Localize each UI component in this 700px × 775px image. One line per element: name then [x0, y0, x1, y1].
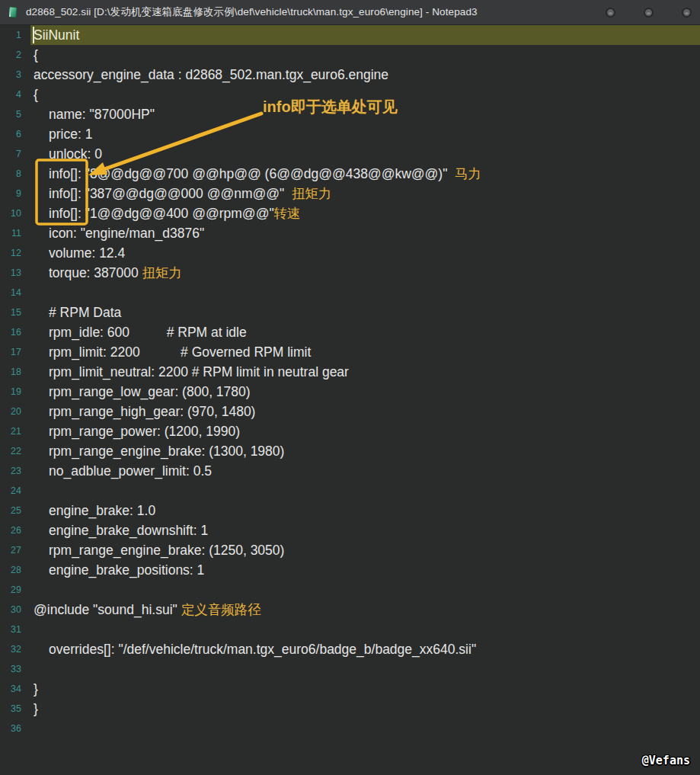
code-line[interactable]: 7unlock: 0 — [0, 144, 700, 164]
code-line[interactable]: 12volume: 12.4 — [0, 243, 700, 263]
line-number: 27 — [0, 540, 30, 560]
line-number: 11 — [0, 223, 30, 243]
code-text: icon: "engine/man_d3876" — [49, 226, 204, 241]
line-content — [30, 620, 700, 639]
code-text: rpm_limit_neutral: 2200 # RPM limit in n… — [49, 364, 349, 379]
code-line[interactable]: 15# RPM Data — [0, 303, 700, 322]
window-title: d2868_502.sii [D:\发动机变速箱底盘修改示例\def\vehic… — [26, 5, 478, 19]
code-text: @include "sound_hi.sui" — [34, 602, 181, 617]
line-content: rpm_idle: 600 # RPM at idle — [30, 322, 700, 342]
code-lines[interactable]: 1SiiNunit2{3accessory_engine_data : d286… — [0, 25, 700, 738]
maximize-button[interactable] — [644, 8, 654, 18]
line-content — [30, 283, 700, 303]
code-line[interactable]: 5name: "87000HP" — [0, 104, 700, 124]
line-content: rpm_range_engine_brake: (1250, 3050) — [30, 540, 700, 560]
code-line[interactable]: 21rpm_range_power: (1200, 1990) — [0, 421, 700, 441]
line-number: 25 — [0, 501, 30, 520]
code-line[interactable]: 2{ — [0, 45, 700, 65]
line-number: 33 — [0, 659, 30, 679]
code-text: rpm_range_engine_brake: (1250, 3050) — [49, 543, 284, 558]
code-text: engine_brake_downshift: 1 — [49, 523, 208, 538]
chinese-annotation: 扭矩力 — [142, 265, 183, 280]
code-line[interactable]: 13torque: 387000 扭矩力 — [0, 263, 700, 283]
code-line[interactable]: 27rpm_range_engine_brake: (1250, 3050) — [0, 540, 700, 560]
code-text: } — [34, 701, 38, 716]
code-line[interactable]: 6price: 1 — [0, 124, 700, 144]
line-number: 13 — [0, 263, 30, 283]
code-text: unlock: 0 — [49, 146, 102, 162]
line-content: no_adblue_power_limit: 0.5 — [30, 461, 700, 481]
code-line[interactable]: 22rpm_range_engine_brake: (1300, 1980) — [0, 441, 700, 461]
line-number: 19 — [0, 382, 30, 402]
line-content: engine_brake_downshift: 1 — [30, 520, 700, 540]
notepad3-window: d2868_502.sii [D:\发动机变速箱底盘修改示例\def\vehic… — [0, 0, 700, 775]
code-text: info[]: "1@@dg@@400 @@rpm@@" — [49, 206, 274, 221]
code-line[interactable]: 9info[]: "387@@dg@@000 @@nm@@" 扭矩力 — [0, 184, 700, 203]
code-line[interactable]: 33 — [0, 659, 700, 679]
code-line[interactable]: 8info[]: "8@@dg@@700 @@hp@@ (6@@dg@@438@… — [0, 164, 700, 184]
line-number: 3 — [0, 65, 30, 85]
code-line[interactable]: 16rpm_idle: 600 # RPM at idle — [0, 322, 700, 342]
code-text: price: 1 — [49, 126, 92, 142]
line-content: info[]: "8@@dg@@700 @@hp@@ (6@@dg@@438@@… — [30, 164, 700, 184]
line-number: 28 — [0, 560, 30, 580]
code-line[interactable]: 34} — [0, 679, 700, 699]
line-content: SiiNunit — [30, 25, 700, 45]
line-content: rpm_range_low_gear: (800, 1780) — [30, 382, 700, 402]
code-line[interactable]: 30@include "sound_hi.sui" 定义音频路径 — [0, 600, 700, 620]
line-number: 21 — [0, 421, 30, 441]
line-content: accessory_engine_data : d2868_502.man.tg… — [30, 65, 700, 85]
code-line[interactable]: 3accessory_engine_data : d2868_502.man.t… — [0, 65, 700, 85]
line-number: 4 — [0, 85, 30, 104]
code-line[interactable]: 29 — [0, 580, 700, 600]
code-line[interactable]: 1SiiNunit — [0, 25, 700, 45]
line-content: rpm_range_high_gear: (970, 1480) — [30, 402, 700, 421]
code-text: { — [34, 47, 38, 62]
close-button[interactable] — [682, 8, 692, 18]
chinese-annotation: 定义音频路径 — [181, 602, 261, 617]
code-line[interactable]: 10info[]: "1@@dg@@400 @@rpm@@"转速 — [0, 203, 700, 223]
line-content: unlock: 0 — [30, 144, 700, 164]
code-line[interactable]: 26engine_brake_downshift: 1 — [0, 520, 700, 540]
code-line[interactable]: 25engine_brake: 1.0 — [0, 501, 700, 520]
code-line[interactable]: 32overrides[]: "/def/vehicle/truck/man.t… — [0, 639, 700, 659]
line-content: overrides[]: "/def/vehicle/truck/man.tgx… — [30, 639, 700, 659]
chinese-annotation: 转速 — [274, 206, 301, 221]
code-text: engine_brake_positions: 1 — [49, 562, 204, 578]
code-line[interactable]: 36 — [0, 719, 700, 738]
code-text: name: "87000HP" — [49, 107, 155, 122]
code-text: rpm_limit: 2200 # Governed RPM limit — [49, 344, 311, 360]
line-number: 31 — [0, 620, 30, 639]
line-number: 20 — [0, 402, 30, 421]
code-text: volume: 12.4 — [49, 245, 125, 261]
code-line[interactable]: 11icon: "engine/man_d3876" — [0, 223, 700, 243]
code-line[interactable]: 23no_adblue_power_limit: 0.5 — [0, 461, 700, 481]
code-line[interactable]: 20rpm_range_high_gear: (970, 1480) — [0, 402, 700, 421]
line-number: 18 — [0, 362, 30, 382]
line-number: 32 — [0, 639, 30, 659]
line-number: 34 — [0, 679, 30, 699]
line-number: 23 — [0, 461, 30, 481]
line-content — [30, 481, 700, 501]
minimize-button[interactable] — [606, 8, 615, 18]
line-number: 1 — [0, 25, 30, 45]
code-text: info[]: "8@@dg@@700 @@hp@@ (6@@dg@@438@@… — [49, 166, 455, 181]
code-line[interactable]: 28engine_brake_positions: 1 — [0, 560, 700, 580]
line-content: } — [30, 699, 700, 719]
code-line[interactable]: 24 — [0, 481, 700, 501]
line-content: icon: "engine/man_d3876" — [30, 223, 700, 243]
line-content: price: 1 — [30, 124, 700, 144]
code-line[interactable]: 19rpm_range_low_gear: (800, 1780) — [0, 382, 700, 402]
line-number: 9 — [0, 184, 30, 203]
line-number: 5 — [0, 104, 30, 124]
code-line[interactable]: 35} — [0, 699, 700, 719]
code-line[interactable]: 4{ — [0, 85, 700, 104]
code-line[interactable]: 17rpm_limit: 2200 # Governed RPM limit — [0, 342, 700, 362]
code-text: rpm_range_low_gear: (800, 1780) — [49, 384, 251, 399]
code-line[interactable]: 18rpm_limit_neutral: 2200 # RPM limit in… — [0, 362, 700, 382]
code-line[interactable]: 31 — [0, 620, 700, 639]
code-line[interactable]: 14 — [0, 283, 700, 303]
code-text: { — [34, 87, 38, 102]
watermark: @Vefans — [642, 754, 690, 767]
line-number: 6 — [0, 124, 30, 144]
